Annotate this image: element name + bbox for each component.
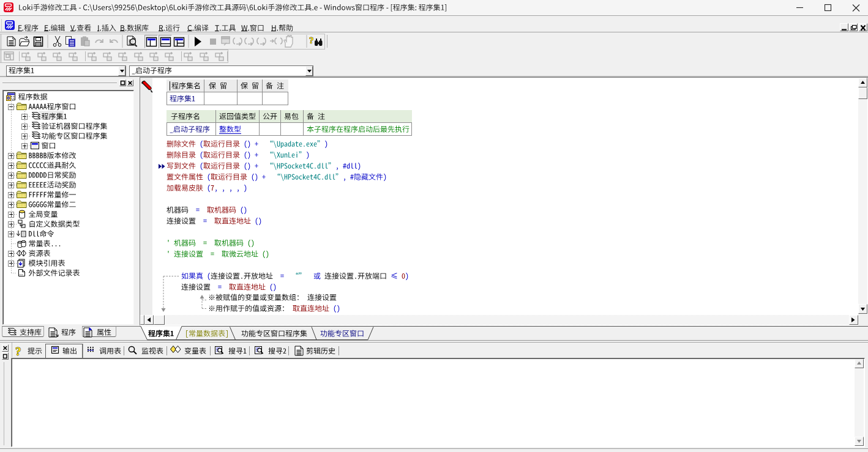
svg-text:?: ? [309,35,314,45]
svg-text:?: ? [15,345,21,358]
